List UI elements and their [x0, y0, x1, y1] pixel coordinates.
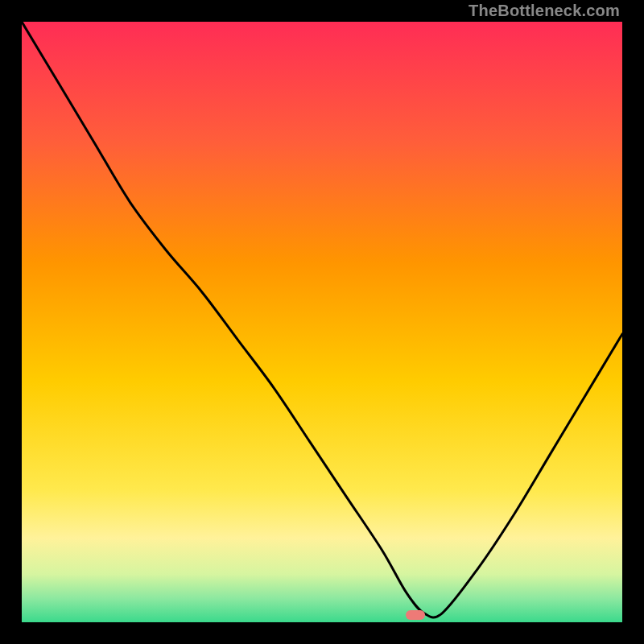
- attribution-label: TheBottleneck.com: [469, 2, 620, 20]
- chart-svg: [22, 22, 622, 622]
- chart-frame: [22, 22, 622, 622]
- plot-area: [22, 22, 622, 622]
- chart-background: [22, 22, 622, 622]
- optimal-marker: [406, 610, 425, 620]
